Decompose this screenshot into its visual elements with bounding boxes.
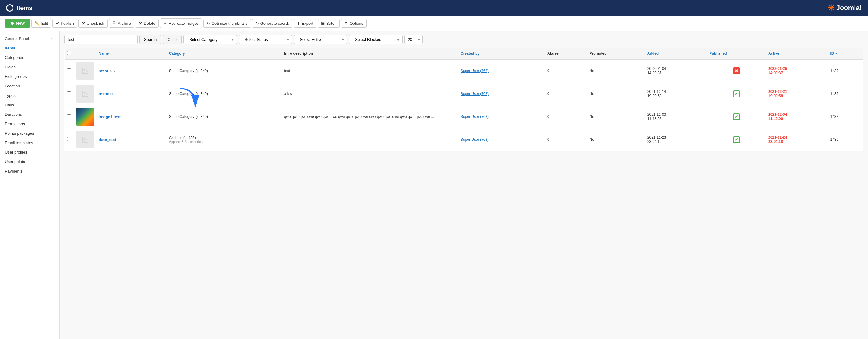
category-filter[interactable]: - Select Category -: [183, 35, 237, 44]
sidebar-item-email-templates[interactable]: Email templates: [0, 138, 59, 147]
search-button[interactable]: Search: [140, 35, 161, 44]
sidebar-item-fields[interactable]: Fields: [0, 62, 59, 72]
sidebar-item-payments[interactable]: Payments: [0, 166, 59, 176]
item-added: 2021-12-0311:48:52: [645, 105, 707, 128]
sidebar-item-user-profiles[interactable]: User profiles: [0, 147, 59, 157]
archive-icon: 🗄: [112, 21, 116, 26]
active-col-header[interactable]: Active: [766, 48, 828, 60]
options-label: Options: [349, 21, 363, 26]
export-label: Export: [302, 21, 313, 26]
top-header: Items ✳ Joomla!: [0, 0, 868, 16]
item-thumbnail-placeholder: [76, 131, 94, 148]
new-button[interactable]: ⊕ New: [5, 19, 30, 28]
created-by-link[interactable]: Super User (763): [461, 69, 489, 73]
row-checkbox[interactable]: [67, 68, 71, 73]
generate-button[interactable]: ↻ Generate coord.: [252, 19, 292, 28]
item-published[interactable]: ✔: [707, 128, 766, 151]
item-promoted: No: [587, 59, 645, 82]
item-id: 1432: [828, 105, 863, 128]
table-row: testtestSome Category (id 349)a b cSuper…: [65, 82, 863, 105]
row-checkbox[interactable]: [67, 137, 71, 141]
delete-icon: ✖: [139, 21, 142, 26]
select-all-checkbox[interactable]: [67, 51, 71, 55]
sidebar-item-location[interactable]: Location: [0, 81, 59, 91]
item-published[interactable]: ✔: [707, 105, 766, 128]
thumb-col-header: [74, 48, 96, 60]
id-col-header[interactable]: ID ▼: [828, 48, 863, 60]
optimize-button[interactable]: ↻ Optimize thumbnails: [203, 19, 251, 28]
blocked-filter[interactable]: - Select Blocked -: [349, 35, 403, 44]
table-row: date_testClothing (id 152)Apparel & Acce…: [65, 128, 863, 151]
publish-label: Publish: [61, 21, 74, 26]
select-all-header: [65, 48, 74, 60]
created-col-header[interactable]: Created by: [458, 48, 545, 60]
item-abuse: 0: [545, 128, 587, 151]
export-button[interactable]: ⬇ Export: [293, 19, 317, 28]
recreate-button[interactable]: ＋ Recreate images: [160, 18, 202, 28]
name-col-header[interactable]: Name: [96, 48, 167, 60]
item-published[interactable]: ✔: [707, 82, 766, 105]
archive-button[interactable]: 🗄 Archive: [109, 19, 134, 28]
svg-point-5: [84, 138, 85, 139]
unpublish-status-icon[interactable]: ✖: [733, 67, 740, 74]
created-col-label: Created by: [461, 51, 479, 56]
sidebar-item-categories[interactable]: Categories: [0, 53, 59, 62]
sidebar-item-points-packages[interactable]: Points packages: [0, 129, 59, 138]
sidebar-item-types[interactable]: Types: [0, 91, 59, 100]
row-checkbox[interactable]: [67, 91, 71, 95]
sidebar-item-promotions[interactable]: Promotions: [0, 119, 59, 129]
table-row: image1 testSome Category (id 349)qwe qwe…: [65, 105, 863, 128]
svg-point-1: [84, 69, 85, 70]
item-name-link[interactable]: testtest: [99, 92, 113, 96]
options-button[interactable]: ⚙ Options: [341, 19, 367, 28]
publish-button[interactable]: ✔ Publish: [53, 19, 77, 28]
edit-button[interactable]: ✏️ Edit: [31, 19, 51, 28]
sidebar-item-durations[interactable]: Durations: [0, 110, 59, 119]
delete-button[interactable]: ✖ Delete: [135, 19, 159, 28]
inline-edit-icon[interactable]: ✎: [110, 69, 112, 73]
row-checkbox[interactable]: [67, 114, 71, 118]
sidebar-item-field-groups[interactable]: Field groups: [0, 72, 59, 81]
active-filter[interactable]: - Select Active -: [294, 35, 347, 44]
per-page-filter[interactable]: 20: [404, 35, 423, 44]
item-name-link[interactable]: date_test: [99, 137, 116, 142]
item-published[interactable]: ✖: [707, 59, 766, 82]
item-category: Some Category (id 349): [167, 59, 282, 82]
item-name-link[interactable]: image1 test: [99, 115, 121, 119]
publish-status-icon[interactable]: ✔: [733, 136, 740, 143]
sidebar-item-items[interactable]: Items: [0, 44, 59, 53]
item-thumbnail-placeholder: [76, 62, 94, 80]
category-col-header[interactable]: Category: [167, 48, 282, 60]
batch-icon: ▣: [321, 21, 325, 26]
sidebar-item-units[interactable]: Units: [0, 100, 59, 110]
name-col-label: Name: [99, 51, 109, 56]
item-abuse: 0: [545, 105, 587, 128]
publish-status-icon[interactable]: ✔: [733, 90, 740, 97]
sidebar-control-panel[interactable]: Control Panel ←: [0, 34, 59, 44]
item-intro: qwe qwe qwe qwe qwe qwe qwe qwe qwe qwe …: [282, 105, 458, 128]
id-col-label: ID ▼: [830, 51, 838, 56]
item-added: 2021-11-2323:04:10: [645, 128, 707, 151]
item-id: 1439: [828, 59, 863, 82]
created-by-link[interactable]: Super User (763): [461, 137, 489, 142]
search-input[interactable]: test: [64, 35, 138, 44]
batch-button[interactable]: ▣ Batch: [318, 19, 340, 28]
export-icon: ⬇: [297, 21, 300, 26]
intro-col-label: Intro description: [284, 51, 313, 56]
clear-button-label: Clear: [167, 37, 177, 42]
published-col-header[interactable]: Published: [707, 48, 766, 60]
table-row: ntest✎↖Some Category (id 349)testSuper U…: [65, 59, 863, 82]
publish-status-icon[interactable]: ✔: [733, 113, 740, 120]
added-col-header[interactable]: Added: [645, 48, 707, 60]
item-name-link[interactable]: ntest: [99, 69, 108, 73]
created-by-link[interactable]: Super User (763): [461, 115, 489, 119]
status-filter[interactable]: - Select Status -: [239, 35, 292, 44]
clear-button[interactable]: Clear: [163, 35, 182, 44]
joomla-logo: ✳ Joomla!: [828, 3, 862, 13]
item-active-date: 2022-01-2514:09:37: [766, 59, 828, 82]
item-intro: [282, 128, 458, 151]
unpublish-button[interactable]: ✖ Unpublish: [79, 19, 108, 28]
created-by-link[interactable]: Super User (763): [461, 92, 489, 96]
item-abuse: 0: [545, 59, 587, 82]
sidebar-item-user-points[interactable]: User points: [0, 157, 59, 166]
